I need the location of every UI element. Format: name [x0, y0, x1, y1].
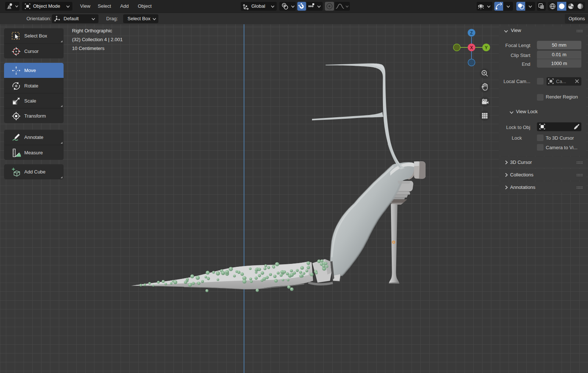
svg-text:X: X	[470, 45, 473, 50]
svg-text:Z: Z	[470, 31, 473, 36]
svg-text:Y: Y	[485, 45, 488, 50]
